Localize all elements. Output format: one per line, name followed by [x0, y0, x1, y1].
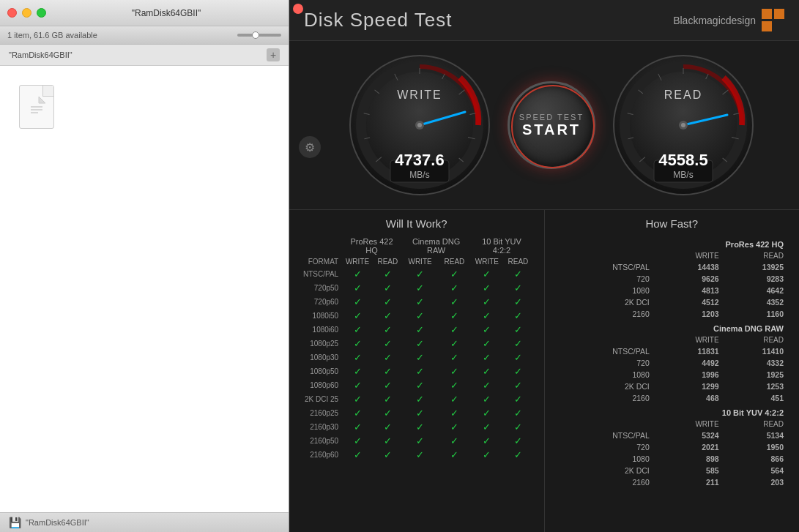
check: ✓ — [470, 323, 503, 337]
check: ✓ — [470, 337, 503, 351]
size-slider[interactable] — [237, 34, 281, 37]
list-item: 2160 468 451 — [556, 392, 789, 404]
check: ✓ — [470, 364, 503, 378]
check: ✓ — [503, 267, 532, 281]
check: ✓ — [374, 392, 402, 406]
section-header: Cinema DNG RAW — [556, 320, 789, 334]
finder-content — [0, 66, 289, 512]
format-name: 1080 — [556, 285, 654, 296]
check: ✓ — [470, 434, 503, 448]
format-label: 2160p30 — [300, 420, 341, 434]
read-col-header: READ — [724, 250, 788, 261]
svg-point-19 — [417, 123, 422, 127]
read-center: 4558.5 MB/s — [658, 151, 707, 180]
list-item: 720 2021 1950 — [556, 441, 789, 453]
check: ✓ — [341, 281, 374, 295]
check: ✓ — [341, 323, 374, 337]
list-item: 2160 211 203 — [556, 476, 789, 488]
table-row: 1080i50 ✓ ✓ ✓ ✓ ✓ ✓ — [300, 309, 533, 323]
check: ✓ — [470, 295, 503, 309]
write-value: 11831 — [654, 345, 724, 357]
check: ✓ — [438, 295, 470, 309]
yuv-header: 10 Bit YUV 4:2:2 — [470, 236, 532, 256]
check: ✓ — [374, 406, 402, 420]
read-value: 1950 — [724, 441, 788, 453]
close-button[interactable] — [7, 8, 17, 18]
speed-test-button[interactable]: SPEED TEST START — [508, 81, 595, 169]
finder-titlebar: "RamDisk64GBII" — [0, 0, 289, 26]
minimize-button[interactable] — [22, 8, 31, 18]
speed-test-label: SPEED TEST — [519, 113, 584, 121]
write-col-header: WRITE — [654, 334, 724, 345]
check: ✓ — [402, 281, 439, 295]
table-row: 1080p25 ✓ ✓ ✓ ✓ ✓ ✓ — [300, 337, 533, 351]
list-item: Cinema DNG RAW — [556, 320, 789, 334]
format-name: 1080 — [556, 453, 654, 465]
dst-close-button[interactable]: × — [293, 4, 303, 14]
svg-point-36 — [681, 123, 685, 127]
check: ✓ — [374, 351, 402, 364]
how-fast-title: How Fast? — [556, 217, 789, 230]
check: ✓ — [341, 434, 374, 448]
add-button[interactable]: + — [267, 48, 280, 61]
table-row: 1080p60 ✓ ✓ ✓ ✓ ✓ ✓ — [300, 378, 533, 392]
how-fast-table: ProRes 422 HQ WRITE READ NTSC/PAL 14438 … — [556, 236, 789, 488]
check: ✓ — [341, 309, 374, 323]
check: ✓ — [402, 309, 439, 323]
check: ✓ — [374, 281, 402, 295]
tables-section: Will It Work? ProRes 422 HQ Cinema DNG R… — [289, 210, 799, 532]
check: ✓ — [341, 337, 374, 351]
gear-button[interactable]: ⚙ — [299, 136, 321, 158]
gauges-section: ⚙ — [289, 41, 799, 210]
dst-app: × Disk Speed Test Blackmagicdesign ⚙ — [289, 0, 799, 532]
cinema-read-header: READ — [438, 256, 470, 267]
finder-path-bar: "RamDisk64GBII" + — [0, 45, 289, 66]
table-row: 2160p60 ✓ ✓ ✓ ✓ ✓ ✓ — [300, 448, 533, 462]
table-row: 1080p30 ✓ ✓ ✓ ✓ ✓ ✓ — [300, 351, 533, 364]
check: ✓ — [374, 420, 402, 434]
read-unit: MB/s — [658, 170, 707, 180]
speed-test-button-container: SPEED TEST START — [508, 81, 595, 169]
prores-header: ProRes 422 HQ — [341, 236, 402, 256]
check: ✓ — [503, 323, 532, 337]
format-name: 720 — [556, 441, 654, 453]
read-value: 1925 — [724, 369, 788, 381]
check: ✓ — [438, 420, 470, 434]
format-name: NTSC/PAL — [556, 345, 654, 357]
read-value: 866 — [724, 453, 788, 465]
format-name: 720 — [556, 273, 654, 285]
write-value: 5324 — [654, 430, 724, 441]
format-label: NTSC/PAL — [300, 267, 341, 281]
dst-header: Disk Speed Test Blackmagicdesign — [289, 0, 799, 41]
check: ✓ — [503, 337, 532, 351]
check: ✓ — [438, 309, 470, 323]
check: ✓ — [470, 420, 503, 434]
check: ✓ — [402, 420, 439, 434]
check: ✓ — [374, 434, 402, 448]
check: ✓ — [438, 337, 470, 351]
check: ✓ — [341, 364, 374, 378]
format-label: 1080p25 — [300, 337, 341, 351]
how-fast-panel: How Fast? ProRes 422 HQ WRITE READ NTSC/… — [545, 210, 800, 532]
check: ✓ — [438, 281, 470, 295]
will-it-work-panel: Will It Work? ProRes 422 HQ Cinema DNG R… — [289, 210, 545, 532]
table-row: 2K DCI 25 ✓ ✓ ✓ ✓ ✓ ✓ — [300, 392, 533, 406]
read-value: 11410 — [724, 345, 788, 357]
yuv-read-header: READ — [503, 256, 532, 267]
cinema-header: Cinema DNG RAW — [402, 236, 471, 256]
write-value: 4813 — [654, 285, 724, 296]
check: ✓ — [341, 267, 374, 281]
format-name: 720 — [556, 357, 654, 369]
check: ✓ — [503, 406, 532, 420]
format-label: 1080i50 — [300, 309, 341, 323]
write-center: 4737.6 MB/s — [395, 151, 444, 180]
file-icon[interactable] — [15, 80, 59, 136]
read-col-header: READ — [724, 334, 788, 345]
check: ✓ — [402, 406, 439, 420]
bmd-sq-4 — [774, 21, 784, 31]
prores-write-header: WRITE — [341, 256, 374, 267]
format-name: NTSC/PAL — [556, 261, 654, 273]
maximize-button[interactable] — [37, 8, 46, 18]
write-value: 898 — [654, 453, 724, 465]
list-item: NTSC/PAL 14438 13925 — [556, 261, 789, 273]
